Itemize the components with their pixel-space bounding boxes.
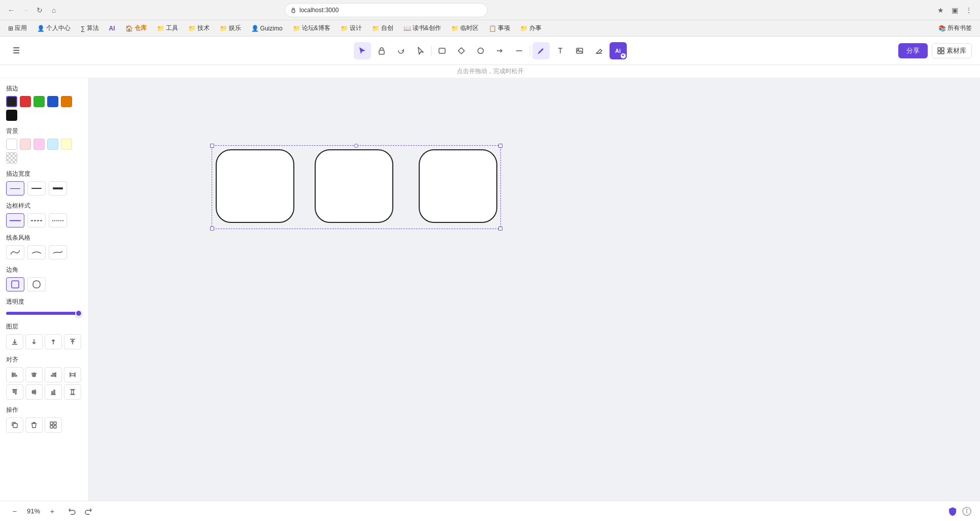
canvas-area[interactable]: [89, 78, 980, 501]
bookmark-entertainment[interactable]: 📁 娱乐: [216, 22, 245, 34]
browser-actions: ★ ▣ ⋮: [935, 5, 974, 15]
bookmark-personal[interactable]: 👤 个人中心: [33, 22, 75, 34]
align-right[interactable]: [45, 367, 62, 382]
undo-button[interactable]: [65, 504, 79, 518]
tool-pen[interactable]: [532, 42, 550, 59]
tool-ai[interactable]: Ai ✦: [610, 42, 627, 59]
stroke-color-orange[interactable]: [61, 96, 72, 107]
bookmark-all[interactable]: 📚 所有书签: [934, 22, 976, 34]
tool-pointer[interactable]: [412, 42, 429, 59]
align-top[interactable]: [6, 384, 23, 400]
tool-image[interactable]: [571, 42, 588, 59]
bookmark-reading[interactable]: 📖 读书&创作: [399, 22, 445, 34]
op-group[interactable]: [45, 417, 62, 433]
bookmark-warehouse[interactable]: 🏠 仓库: [121, 22, 151, 34]
sharp-corner-icon: [11, 280, 20, 289]
bookmark-tasks[interactable]: 📋 事项: [485, 22, 514, 34]
address-bar[interactable]: localhost:3000: [285, 3, 488, 17]
forward-button[interactable]: →: [20, 5, 30, 15]
bookmark-tools[interactable]: 📁 工具: [153, 22, 182, 34]
bookmark-design[interactable]: 📁 设计: [336, 22, 366, 34]
op-delete[interactable]: [25, 417, 43, 433]
shape-2[interactable]: [315, 149, 393, 223]
shape-3[interactable]: [419, 149, 497, 223]
tool-arrow[interactable]: [491, 42, 509, 59]
tool-select[interactable]: [354, 42, 371, 59]
tool-rect[interactable]: [433, 42, 451, 59]
bg-colors: [6, 139, 82, 164]
align-stretch-v[interactable]: [64, 384, 81, 400]
bookmark-forum[interactable]: 📁 论坛&博客: [289, 22, 334, 34]
bg-color-blue[interactable]: [47, 139, 58, 150]
opacity-slider[interactable]: [6, 312, 82, 315]
bookmark-office[interactable]: 📁 办事: [516, 22, 546, 34]
handle-tl[interactable]: [210, 144, 214, 148]
handle-bl[interactable]: [210, 226, 214, 231]
arrow-icon: [496, 47, 504, 55]
bg-color-white[interactable]: [6, 139, 17, 150]
assets-button[interactable]: 素材库: [932, 43, 972, 58]
stroke-color-red[interactable]: [20, 96, 31, 107]
line-straight[interactable]: [6, 245, 24, 259]
bookmark-temp[interactable]: 📁 临时区: [447, 22, 483, 34]
home-button[interactable]: ⌂: [49, 5, 59, 15]
style-dashed[interactable]: [27, 213, 46, 227]
layer-bottom[interactable]: [6, 334, 23, 349]
stroke-thin[interactable]: [6, 181, 24, 196]
bookmark-tech[interactable]: 📁 技术: [184, 22, 214, 34]
redo-button[interactable]: [81, 504, 95, 518]
bookmark-tech-label: 技术: [197, 24, 210, 32]
zoom-in-button[interactable]: +: [46, 505, 59, 518]
layer-top[interactable]: [64, 334, 81, 349]
menu-button[interactable]: ☰: [8, 43, 24, 59]
stroke-color-blue[interactable]: [47, 96, 58, 107]
handle-tr[interactable]: [498, 144, 502, 148]
bookmark-algorithm[interactable]: ∑ 算法: [77, 22, 103, 34]
zoom-out-button[interactable]: −: [8, 505, 21, 518]
corner-sharp[interactable]: [6, 277, 24, 291]
bg-color-transparent[interactable]: [6, 152, 17, 164]
line-curve1[interactable]: [27, 245, 46, 259]
bookmark-ai[interactable]: AI: [105, 23, 119, 34]
layer-up[interactable]: [45, 334, 62, 349]
tool-rotate[interactable]: [392, 42, 410, 59]
layer-down[interactable]: [25, 334, 43, 349]
align-bottom[interactable]: [45, 384, 62, 400]
tool-eraser[interactable]: [590, 42, 607, 59]
star-button[interactable]: ★: [935, 5, 945, 15]
menu-button[interactable]: ⋮: [964, 5, 974, 15]
bookmark-guizimo[interactable]: 👤 Guizimo: [247, 23, 287, 34]
op-copy[interactable]: [6, 417, 23, 433]
tool-circle[interactable]: [472, 42, 489, 59]
stroke-color-dark[interactable]: [6, 110, 17, 121]
back-button[interactable]: ←: [6, 5, 16, 15]
share-button[interactable]: 分享: [898, 43, 928, 58]
align-stretch-h[interactable]: [64, 367, 81, 382]
bg-color-yellow[interactable]: [61, 139, 72, 150]
bookmark-original[interactable]: 📁 自创: [368, 22, 397, 34]
bookmark-apps[interactable]: ⊞ 应用: [4, 22, 31, 34]
tool-diamond[interactable]: [453, 42, 470, 59]
handle-rotate[interactable]: [354, 144, 358, 148]
corner-round[interactable]: [27, 277, 46, 291]
handle-br[interactable]: [498, 226, 502, 231]
refresh-button[interactable]: ↻: [35, 5, 45, 15]
tool-text[interactable]: [552, 42, 569, 59]
operations-row: [6, 417, 82, 433]
tab-button[interactable]: ▣: [950, 5, 960, 15]
align-middle[interactable]: [25, 384, 43, 400]
bg-color-pink[interactable]: [20, 139, 31, 150]
tool-line[interactable]: [511, 42, 528, 59]
bg-color-rose[interactable]: [33, 139, 45, 150]
stroke-color-black[interactable]: [6, 96, 17, 107]
shape-1[interactable]: [216, 149, 294, 223]
stroke-thick[interactable]: [49, 181, 67, 196]
align-center[interactable]: [25, 367, 43, 382]
line-curve2[interactable]: [49, 245, 67, 259]
align-left[interactable]: [6, 367, 23, 382]
stroke-color-green[interactable]: [33, 96, 45, 107]
tool-lock[interactable]: [373, 42, 390, 59]
style-solid[interactable]: [6, 213, 24, 227]
style-dotted[interactable]: [49, 213, 67, 227]
stroke-medium[interactable]: [27, 181, 46, 196]
